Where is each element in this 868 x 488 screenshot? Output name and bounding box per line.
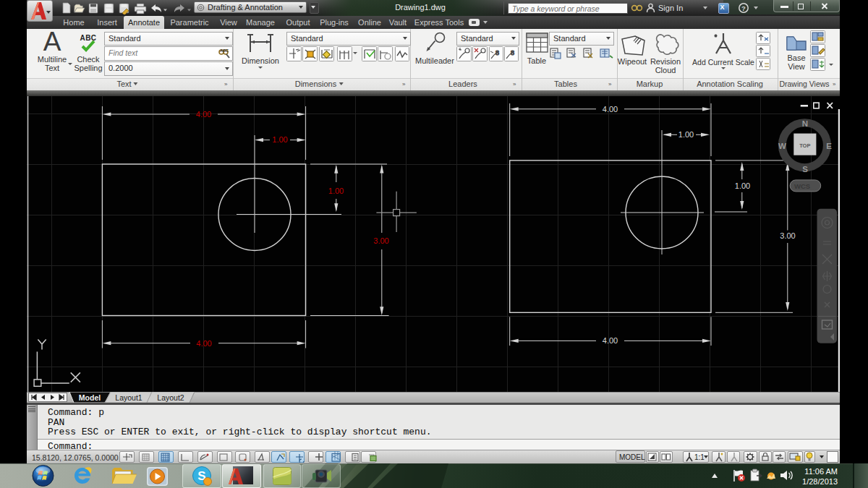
svg-text:1.00: 1.00	[678, 130, 694, 139]
svg-text:S: S	[802, 165, 808, 174]
svg-text:Layout2: Layout2	[157, 393, 184, 402]
svg-text:3.00: 3.00	[373, 236, 388, 245]
svg-text:TOP: TOP	[799, 142, 810, 149]
svg-text:8: 8	[495, 49, 499, 56]
svg-text:Layout1: Layout1	[115, 393, 142, 402]
svg-text:4.00: 4.00	[196, 339, 211, 348]
svg-text:ABC: ABC	[220, 48, 229, 53]
svg-text:4.00: 4.00	[603, 105, 618, 114]
svg-text:3.00: 3.00	[780, 231, 795, 240]
svg-text:1.00: 1.00	[328, 187, 344, 195]
svg-text:1.00: 1.00	[272, 135, 287, 144]
svg-text:4.00: 4.00	[603, 336, 618, 345]
svg-text:4.00: 4.00	[196, 110, 211, 119]
svg-text:WCS: WCS	[794, 182, 810, 190]
svg-text:N: N	[802, 119, 808, 128]
svg-text:1.00: 1.00	[735, 181, 750, 190]
svg-text:E: E	[826, 142, 832, 150]
svg-text:Model: Model	[79, 393, 101, 402]
svg-text:8: 8	[511, 49, 514, 56]
svg-text:?: ?	[741, 4, 746, 12]
svg-text:W: W	[778, 142, 786, 150]
